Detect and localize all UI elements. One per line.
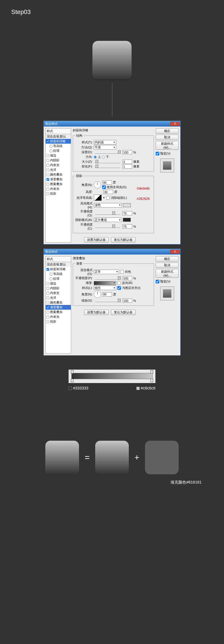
drop-shadow-checkbox[interactable] (46, 320, 49, 323)
opacity-stop-right[interactable] (150, 370, 153, 374)
gradient-editor-strip[interactable] (69, 370, 155, 383)
shadow-opacity-input[interactable] (122, 224, 132, 228)
size-slider[interactable] (95, 160, 120, 163)
style-color-overlay-row[interactable]: 颜色叠加 (46, 300, 71, 305)
inner-shadow-checkbox[interactable] (46, 159, 49, 162)
style-contour-row[interactable]: 等高线 (46, 272, 71, 276)
color-stop-right[interactable] (150, 379, 153, 382)
soften-input[interactable] (122, 164, 132, 169)
preview-checkbox[interactable] (156, 152, 159, 155)
color-stop-left[interactable] (71, 379, 74, 382)
global-light-checkbox[interactable] (102, 185, 106, 189)
shadow-color-swatch[interactable] (123, 218, 131, 222)
style-inner-shadow-row[interactable]: 内阴影 (46, 286, 71, 291)
gradient-overlay-checkbox[interactable] (46, 178, 49, 181)
contour-checkbox[interactable] (50, 273, 52, 276)
go-opacity-input[interactable] (122, 276, 132, 280)
outer-glow-checkbox[interactable] (46, 188, 49, 190)
style-satin-row[interactable]: 光泽 (46, 167, 71, 172)
close-button[interactable]: X (170, 250, 180, 254)
cancel-button[interactable]: 取消 (156, 263, 179, 268)
style-gradient-overlay-row[interactable]: 渐变叠加 (46, 305, 71, 310)
direction-down-radio[interactable] (102, 156, 105, 158)
pattern-overlay-checkbox[interactable] (46, 311, 49, 314)
style-color-overlay-row[interactable]: 颜色叠加 (46, 172, 71, 177)
style-drop-shadow-row[interactable]: 投影 (46, 319, 71, 324)
style-bevel-row[interactable]: 斜面和浮雕 (46, 267, 71, 272)
soften-slider[interactable] (95, 165, 120, 168)
ok-button[interactable]: 确定 (156, 128, 179, 134)
drop-shadow-checkbox[interactable] (46, 192, 49, 195)
styles-list[interactable]: 混合选项:默认 斜面和浮雕 等高线 纹理 描边 内阴影 内发光 光泽 颜色叠加 … (45, 262, 71, 354)
gradient-picker[interactable]: ▼ (94, 281, 116, 285)
color-overlay-checkbox[interactable] (46, 173, 49, 176)
pattern-overlay-checkbox[interactable] (46, 183, 49, 186)
bevel-checkbox[interactable] (46, 140, 49, 143)
angle-input[interactable] (102, 180, 112, 185)
dialog-titlebar[interactable]: 图层样式 X (44, 121, 180, 127)
blend-options-row[interactable]: 混合选项:默认 (46, 134, 71, 139)
inner-shadow-checkbox[interactable] (46, 287, 49, 290)
shadow-mode-select[interactable]: 正片叠底▼ (94, 218, 122, 222)
shadow-opacity-slider[interactable] (95, 225, 120, 228)
style-outer-glow-row[interactable]: 外发光 (46, 186, 71, 191)
altitude-input[interactable] (103, 190, 113, 194)
dither-checkbox[interactable] (120, 270, 124, 274)
style-inner-glow-row[interactable]: 内发光 (46, 163, 71, 167)
inner-glow-checkbox[interactable] (46, 292, 49, 295)
scale-input[interactable] (122, 298, 132, 303)
highlight-opacity-slider[interactable] (95, 212, 120, 215)
style-inner-glow-row[interactable]: 内发光 (46, 291, 71, 295)
angle-dial[interactable] (94, 181, 101, 188)
gradient-track[interactable] (71, 373, 153, 379)
set-default-button[interactable]: 设置为默认值 (84, 237, 109, 242)
style-inner-shadow-row[interactable]: 内阴影 (46, 158, 71, 163)
antialias-checkbox[interactable] (106, 196, 110, 200)
inner-glow-checkbox[interactable] (46, 164, 49, 167)
reset-default-button[interactable]: 复位为默认值 (111, 237, 136, 242)
style-drop-shadow-row[interactable]: 投影 (46, 191, 71, 196)
preview-checkbox[interactable] (156, 280, 159, 283)
gloss-contour-picker[interactable] (94, 195, 102, 201)
stroke-checkbox[interactable] (46, 154, 49, 157)
highlight-opacity-input[interactable] (122, 211, 132, 215)
style-outer-glow-row[interactable]: 外发光 (46, 314, 71, 319)
style-stroke-row[interactable]: 描边 (46, 153, 71, 158)
highlight-mode-select[interactable]: 滤色▼ (94, 203, 122, 207)
new-style-button[interactable]: 新建样式(W)... (156, 269, 179, 278)
opacity-stop-left[interactable] (71, 370, 74, 374)
new-style-button[interactable]: 新建样式(W)... (156, 141, 179, 150)
style-satin-row[interactable]: 光泽 (46, 295, 71, 300)
depth-input[interactable] (122, 150, 132, 154)
style-pattern-overlay-row[interactable]: 图案叠加 (46, 310, 71, 314)
style-pattern-overlay-row[interactable]: 图案叠加 (46, 182, 71, 186)
close-button[interactable]: X (170, 122, 180, 126)
dialog-titlebar[interactable]: 图层样式 X (44, 249, 180, 255)
texture-checkbox[interactable] (50, 150, 52, 152)
chevron-down-icon[interactable]: ▼ (103, 197, 105, 199)
size-input[interactable] (122, 160, 132, 164)
technique-select[interactable]: 平滑▼ (94, 145, 116, 150)
set-default-button[interactable]: 设置为默认值 (84, 310, 109, 315)
styles-list[interactable]: 混合选项:默认 斜面和浮雕 等高线 纹理 描边 内阴影 内发光 光泽 颜色叠加 … (45, 134, 71, 242)
reset-default-button[interactable]: 复位为默认值 (111, 310, 136, 315)
satin-checkbox[interactable] (46, 297, 49, 299)
highlight-color-swatch[interactable] (123, 203, 131, 207)
style-texture-row[interactable]: 纹理 (46, 276, 71, 281)
align-layer-checkbox[interactable] (117, 286, 121, 290)
blend-mode-select[interactable]: 正常▼ (94, 270, 119, 274)
contour-checkbox[interactable] (50, 145, 52, 148)
outer-glow-checkbox[interactable] (46, 316, 49, 318)
style-stroke-row[interactable]: 描边 (46, 281, 71, 286)
style-contour-row[interactable]: 等高线 (46, 144, 71, 148)
go-style-select[interactable]: 线性▼ (94, 286, 116, 290)
style-bevel-row[interactable]: 斜面和浮雕 (46, 139, 71, 144)
color-overlay-checkbox[interactable] (46, 301, 49, 304)
go-angle-input[interactable] (102, 292, 112, 297)
gradient-overlay-checkbox[interactable] (46, 306, 49, 309)
depth-slider[interactable] (95, 151, 120, 154)
go-angle-dial[interactable] (94, 291, 101, 298)
reverse-checkbox[interactable] (117, 281, 121, 285)
texture-checkbox[interactable] (50, 277, 52, 280)
style-gradient-overlay-row[interactable]: 渐变叠加 (46, 177, 71, 182)
